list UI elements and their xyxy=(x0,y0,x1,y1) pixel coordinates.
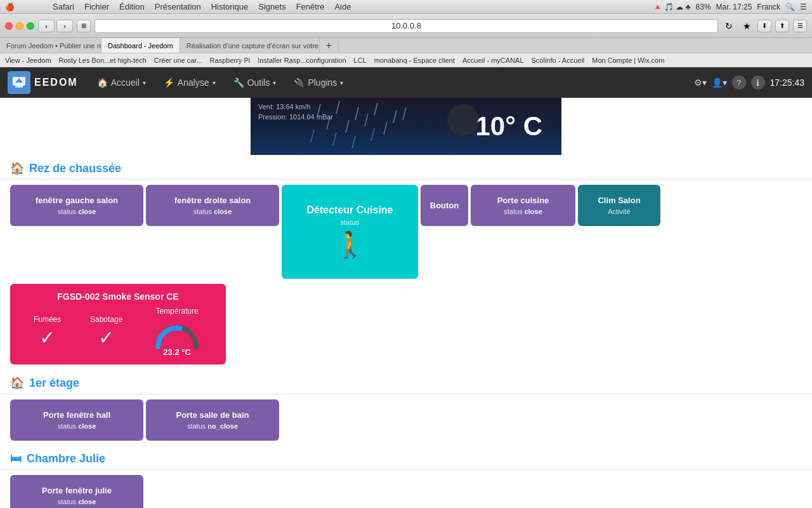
maximize-window-button[interactable] xyxy=(27,22,34,30)
outils-icon: 🔧 xyxy=(233,77,244,88)
temperature-display: 10° C xyxy=(475,111,542,142)
menu-signets[interactable]: Signets xyxy=(258,2,285,11)
menu-fenetre[interactable]: Fenêtre xyxy=(296,2,325,11)
bookmark-wix[interactable]: Mon Compte | Wix.com xyxy=(592,57,664,64)
mac-status-bar: 🔺 🎵 ☁ ♣ 83% Mar. 17:25 Franck 🔍 ☰ xyxy=(653,3,807,11)
tile-porte-cuisine[interactable]: Porte cuisine status close xyxy=(471,185,575,226)
add-bookmark-button[interactable]: ★ xyxy=(740,20,754,32)
svg-line-14 xyxy=(333,133,336,145)
tabs-bar: Forum Jeedom • Publier une réponse Dashb… xyxy=(0,38,812,53)
tile-porte-fenetre-julie[interactable]: Porte fenêtre julie status close xyxy=(10,475,143,508)
menu-edition[interactable]: Édition xyxy=(119,2,145,11)
section-chambre-julie-header: 🛏 Chambre Julie xyxy=(0,446,812,470)
status-icons: 🔺 🎵 ☁ ♣ xyxy=(653,3,691,11)
tile-detecteur-cuisine[interactable]: Détecteur Cuisine status 🚶 xyxy=(282,185,418,279)
bookmark-monabanq[interactable]: monabanq - Espace client xyxy=(374,57,455,64)
bookmark-view-jeedom[interactable]: View - Jeedom xyxy=(5,57,51,64)
apple-menu[interactable]: 🍎 xyxy=(5,3,15,11)
bookmark-rosty[interactable]: Rosty Les Bon...et high-tech xyxy=(59,57,147,64)
svg-line-4 xyxy=(336,101,339,114)
section-chambre-julie-label: Chambre Julie xyxy=(27,452,105,465)
svg-line-16 xyxy=(371,128,374,141)
outils-chevron: ▾ xyxy=(273,79,276,86)
nav-accueil[interactable]: 🏠 Accueil ▾ xyxy=(88,67,155,98)
analyse-chevron: ▾ xyxy=(213,79,216,86)
nav-analyse[interactable]: ⚡ Analyse ▾ xyxy=(155,67,225,98)
tile-fenetre-droite-salon[interactable]: fenêtre droite salon status close xyxy=(146,185,279,226)
chambre-julie-widgets: Porte fenêtre julie status close xyxy=(0,470,812,508)
section-rez-de-chaussee-header: 🏠 Rez de chaussée xyxy=(0,155,812,180)
menu-aide[interactable]: Aide xyxy=(334,2,351,11)
tile-clim-salon[interactable]: Clim Salon Activité xyxy=(578,185,660,226)
smoke-sensor-row: FGSD-002 Smoke Sensor CE Fumées ✓ Sabota… xyxy=(0,284,812,370)
nav-outils[interactable]: 🔧 Outils ▾ xyxy=(225,67,285,98)
user-button[interactable]: 👤▾ xyxy=(712,77,727,88)
tab-dashboard[interactable]: Dashboard - Jeedom xyxy=(102,38,180,53)
info-button[interactable]: ℹ xyxy=(751,76,765,90)
section-1er-home-icon: 🏠 xyxy=(10,376,24,390)
main-content: Vent: 13.64 km/h Pression: 1014.04 mBar … xyxy=(0,98,812,508)
menu-historique[interactable]: Historique xyxy=(211,2,249,11)
svg-line-13 xyxy=(311,130,314,142)
menu-fichier[interactable]: Fichier xyxy=(84,2,109,11)
help-button[interactable]: ? xyxy=(732,76,746,90)
tile-porte-salle-de-bain[interactable]: Porte salle de bain status no_close xyxy=(146,399,279,441)
wind-label: Vent: 13.64 km/h xyxy=(258,103,311,110)
bookmark-creer[interactable]: Créer une car... xyxy=(154,57,202,64)
bookmarks-bar: View - Jeedom Rosty Les Bon...et high-te… xyxy=(0,53,812,67)
settings-button[interactable]: ⚙▾ xyxy=(694,77,707,88)
tile-porte-fenetre-hall[interactable]: Porte fenêtre hall status close xyxy=(10,399,143,441)
svg-line-6 xyxy=(374,103,377,116)
tab-apple-support[interactable]: Réalisation d'une capture d'écran sur vo… xyxy=(180,38,320,53)
tile-fenetre-gauche-salon[interactable]: fenêtre gauche salon status close xyxy=(10,185,143,226)
tile-smoke-sensor[interactable]: FGSD-002 Smoke Sensor CE Fumées ✓ Sabota… xyxy=(10,284,226,364)
bookmark-lcl[interactable]: LCL xyxy=(354,57,367,64)
reader-button[interactable]: ☰ xyxy=(793,20,807,32)
smoke-fumees: Fumées ✓ xyxy=(34,315,61,349)
rez-de-chaussee-widgets-row1: fenêtre gauche salon status close fenêtr… xyxy=(0,180,812,284)
jeedom-time: 17:25:43 xyxy=(770,77,805,88)
share-button[interactable]: ⬆ xyxy=(775,20,789,32)
jeedom-logo[interactable]: EEDOM xyxy=(8,71,78,94)
bookmark-installer-rasp[interactable]: Installer Rasp...configuration xyxy=(258,57,346,64)
tile-bouton[interactable]: Bouton xyxy=(421,185,468,226)
bed-icon-julie: 🛏 xyxy=(10,452,22,465)
search-icon[interactable]: 🔍 xyxy=(785,3,795,11)
list-icon[interactable]: ☰ xyxy=(800,3,807,11)
bookmark-raspberry[interactable]: Raspberry Pi xyxy=(210,57,251,64)
menu-safari[interactable]: Safari xyxy=(53,2,74,11)
smoke-temperature: Température 23.2 °C xyxy=(152,307,202,357)
accueil-chevron: ▾ xyxy=(143,79,146,86)
menu-presentation[interactable]: Présentation xyxy=(155,2,201,11)
forward-button[interactable]: › xyxy=(56,20,73,32)
sidebar-toggle-button[interactable]: ⊞ xyxy=(77,20,91,32)
bookmark-scolinfo[interactable]: Scolinfo - Accueil xyxy=(532,57,585,64)
minimize-window-button[interactable] xyxy=(16,22,23,30)
smoke-sabotage: Sabotage ✓ xyxy=(90,315,122,349)
reload-button[interactable]: ↻ xyxy=(722,20,736,32)
svg-line-7 xyxy=(393,110,396,123)
nav-plugins[interactable]: 🔌 Plugins ▾ xyxy=(285,67,352,98)
datetime-display: Mar. 17:25 xyxy=(716,3,752,11)
download-button[interactable]: ⬇ xyxy=(757,20,771,32)
new-tab-button[interactable]: + xyxy=(320,38,339,53)
bookmark-mycanal[interactable]: Accueil - myCANAL xyxy=(462,57,524,64)
plugins-chevron: ▾ xyxy=(340,79,343,86)
svg-line-9 xyxy=(346,120,349,133)
svg-line-11 xyxy=(384,122,387,135)
analyse-icon: ⚡ xyxy=(164,77,174,88)
pressure-label: Pression: 1014.04 mBar xyxy=(258,113,333,121)
logo-icon xyxy=(8,71,30,94)
mac-menu: Safari Fichier Édition Présentation Hist… xyxy=(53,2,351,11)
mac-titlebar: 🍎 Safari Fichier Édition Présentation Hi… xyxy=(0,0,812,14)
sabotage-check-icon: ✓ xyxy=(98,326,114,349)
url-bar[interactable]: 10.0.0.8 xyxy=(95,19,718,33)
plugins-icon: 🔌 xyxy=(294,77,304,88)
username-display: Franck xyxy=(757,3,780,11)
close-window-button[interactable] xyxy=(5,22,13,30)
back-button[interactable]: ‹ xyxy=(38,20,55,32)
svg-rect-1 xyxy=(15,86,23,88)
weather-widget: Vent: 13.64 km/h Pression: 1014.04 mBar … xyxy=(0,98,812,155)
home-icon: 🏠 xyxy=(97,77,108,88)
tab-forum[interactable]: Forum Jeedom • Publier une réponse xyxy=(0,38,102,53)
